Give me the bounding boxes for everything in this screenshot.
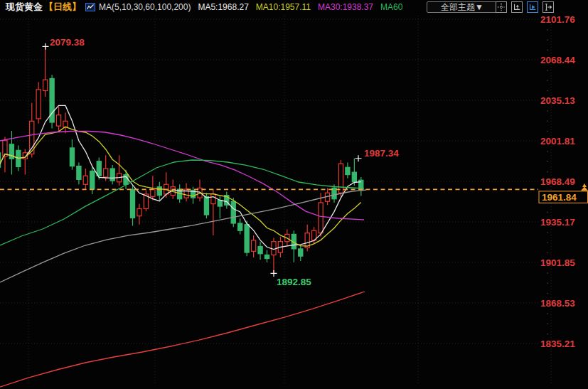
price-tick-label: 1968.49 bbox=[540, 176, 575, 187]
extreme-price-label: 1892.85 bbox=[277, 277, 311, 287]
price-tick-label: 2101.76 bbox=[540, 14, 575, 25]
extreme-price-label: 1987.34 bbox=[364, 148, 399, 159]
price-tick-label: 1901.85 bbox=[540, 257, 575, 268]
theme-dropdown-button[interactable]: 全部主题▼ bbox=[427, 1, 498, 13]
chart-header: 现货黄金 【日线】 MA(5,10,30,60,100,200) MA5:196… bbox=[0, 0, 588, 14]
price-tick-label: 2001.81 bbox=[540, 136, 575, 146]
extreme-price-label: 2079.38 bbox=[50, 37, 85, 48]
extreme-cross-marker bbox=[271, 270, 277, 277]
ma60-value-label: MA60 bbox=[380, 2, 402, 12]
price-tick-label: 1835.21 bbox=[540, 339, 575, 349]
ma-line-ma100 bbox=[0, 190, 366, 282]
ma10-value-label: MA10:1957.11 bbox=[256, 2, 311, 12]
ma-settings-label: MA(5,10,30,60,100,200) bbox=[99, 2, 191, 12]
price-annotations: 2079.381987.341892.85 bbox=[43, 37, 400, 287]
latest-price-tracking-icon[interactable] bbox=[527, 1, 538, 13]
current-price-marker: 1961.84 bbox=[0, 183, 588, 203]
candles-layer bbox=[0, 46, 363, 273]
instrument-name: 现货黄金 bbox=[6, 1, 43, 14]
price-tick-label: 2035.13 bbox=[540, 95, 575, 106]
shift-chart-icon[interactable] bbox=[542, 1, 554, 13]
extreme-cross-marker bbox=[43, 43, 49, 50]
crosshair-tool-icon[interactable] bbox=[496, 1, 507, 13]
price-axis-labels: 2101.762068.442035.132001.811968.491935.… bbox=[540, 14, 575, 349]
price-tick-label: 1868.53 bbox=[540, 298, 575, 309]
ma-line-ma200 bbox=[0, 292, 365, 387]
gridlines bbox=[0, 16, 551, 384]
indicator-chart-icon[interactable] bbox=[85, 2, 95, 12]
price-up-arrow-icon bbox=[582, 183, 587, 187]
ma30-value-label: MA30:1938.37 bbox=[318, 2, 373, 12]
extreme-cross-marker bbox=[356, 155, 362, 161]
period-label: 【日线】 bbox=[44, 1, 81, 14]
ma-lines-layer bbox=[0, 105, 366, 387]
current-price-value: 1961.84 bbox=[542, 192, 577, 203]
axis-scale-icon[interactable] bbox=[511, 1, 523, 13]
ma-line-ma30 bbox=[0, 132, 364, 220]
price-tick-label: 1935.17 bbox=[540, 217, 575, 228]
candlestick-chart-canvas[interactable]: 1961.842101.762068.442035.132001.811968.… bbox=[0, 0, 588, 389]
ma-line-ma60 bbox=[0, 160, 364, 245]
price-tick-label: 2068.44 bbox=[540, 55, 575, 65]
trading-chart-window: 1961.842101.762068.442035.132001.811968.… bbox=[0, 0, 588, 389]
ma5-value-label: MA5:1968.27 bbox=[198, 2, 248, 12]
